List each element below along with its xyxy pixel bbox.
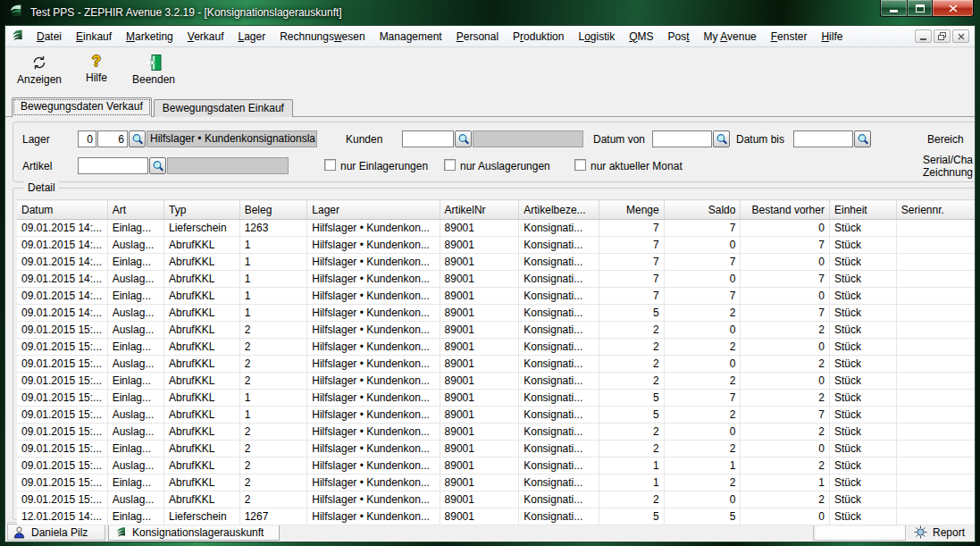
beenden-button[interactable]: Beenden xyxy=(125,51,182,93)
refresh-icon xyxy=(30,54,48,71)
table-row[interactable]: 09.01.2015 14:...Auslag...AbrufKKL1Hilfs… xyxy=(17,237,976,254)
report-icon xyxy=(914,525,927,539)
detail-table: DatumArtTypBelegLagerArtikelNrArtikelbez… xyxy=(17,199,976,525)
table-row[interactable]: 09.01.2015 15:...Einlag...AbrufKKL2Hilfs… xyxy=(17,339,976,356)
column-header-bestand-vorher[interactable]: Bestand vorher xyxy=(741,200,830,220)
mdi-restore-button[interactable] xyxy=(934,29,951,43)
datum-von-input[interactable] xyxy=(652,130,712,147)
nur-aktueller-monat-checkbox[interactable] xyxy=(574,159,586,171)
tab-bewegungsdaten-einkauf[interactable]: Bewegungsdaten Einkauf xyxy=(154,99,293,117)
status-empty-field xyxy=(813,524,906,541)
menu-bar: DateiEinkaufMarketingVerkaufLagerRechnun… xyxy=(5,26,975,47)
menu-item-my-avenue[interactable]: My Avenue xyxy=(697,28,764,46)
column-header-einheit[interactable]: Einheit xyxy=(829,200,896,220)
artikel-search-button[interactable] xyxy=(149,157,166,174)
artikel-input[interactable] xyxy=(78,157,148,174)
detail-header-row: DatumArtTypBelegLagerArtikelNrArtikelbez… xyxy=(17,200,976,220)
menu-item-datei[interactable]: Datei xyxy=(29,28,69,46)
menu-item-rechnungswesen[interactable]: Rechnungswesen xyxy=(272,28,372,46)
lager-name-field: Hilfslager • Kundenkonsignationsla xyxy=(147,130,317,147)
menu-item-post[interactable]: Post xyxy=(661,28,697,46)
menu-item-qms[interactable]: QMS xyxy=(622,28,660,46)
close-button[interactable] xyxy=(933,0,974,17)
column-header-artikelbeze-[interactable]: Artikelbeze... xyxy=(519,200,599,220)
tab-bewegungsdaten-verkauf[interactable]: Bewegungsdaten Verkauf xyxy=(12,97,152,117)
column-header-beleg[interactable]: Beleg xyxy=(239,200,307,220)
menu-item-management[interactable]: Management xyxy=(373,28,449,46)
status-task-button[interactable]: Konsignationslagerauskunft xyxy=(108,524,280,541)
maximize-button[interactable] xyxy=(907,0,933,17)
menu-item-produktion[interactable]: Produktion xyxy=(506,28,571,46)
table-row[interactable]: 09.01.2015 15:...Einlag...AbrufKKL2Hilfs… xyxy=(17,475,976,491)
column-header-datum[interactable]: Datum xyxy=(17,200,107,220)
menu-item-einkauf[interactable]: Einkauf xyxy=(69,28,119,46)
mdi-close-icon xyxy=(958,33,965,40)
table-row[interactable]: 09.01.2015 15:...Einlag...AbrufKKL2Hilfs… xyxy=(17,441,976,458)
title-bar: Test PPS - ZEPHIR Avenue 3.2.19 - [Konsi… xyxy=(0,0,980,25)
menu-item-lager[interactable]: Lager xyxy=(230,28,272,46)
datum-bis-search-button[interactable] xyxy=(854,130,871,147)
menu-item-hilfe[interactable]: Hilfe xyxy=(814,28,850,46)
tab-page: Lager Hilfslager • Kundenkonsignationsla… xyxy=(5,117,975,522)
mdi-minimize-button[interactable] xyxy=(915,29,932,43)
menu-item-marketing[interactable]: Marketing xyxy=(119,28,180,46)
minimize-button[interactable] xyxy=(880,0,907,17)
menu-item-verkauf[interactable]: Verkauf xyxy=(180,28,231,46)
nur-auslagerungen-label: nur Auslagerungen xyxy=(460,160,550,172)
datum-bis-input[interactable] xyxy=(793,130,853,147)
artikel-name-field xyxy=(167,157,289,174)
mdi-close-button[interactable] xyxy=(952,29,969,43)
nur-auslagerungen-checkbox[interactable] xyxy=(444,159,456,171)
table-row[interactable]: 09.01.2015 14:...Einlag...Lieferschein12… xyxy=(17,220,976,237)
column-header-menge[interactable]: Menge xyxy=(599,200,664,220)
mdi-restore-icon xyxy=(938,32,946,40)
search-icon xyxy=(716,133,728,146)
menu-item-fenster[interactable]: Fenster xyxy=(764,28,815,46)
datum-bis-label: Datum bis xyxy=(736,133,784,146)
column-header-saldo[interactable]: Saldo xyxy=(664,200,741,220)
exit-icon xyxy=(145,54,163,71)
table-row[interactable]: 09.01.2015 15:...Einlag...AbrufKKL1Hilfs… xyxy=(17,390,976,407)
serial-charge-label: Serial/Cha xyxy=(923,154,973,166)
table-row[interactable]: 09.01.2015 15:...Einlag...AbrufKKL2Hilfs… xyxy=(17,373,976,390)
status-user-name: Daniela Pilz xyxy=(31,526,88,539)
lager-num2-input[interactable] xyxy=(97,130,128,147)
tab-strip: Bewegungsdaten Verkauf Bewegungsdaten Ei… xyxy=(5,98,975,117)
mdi-minimize-icon xyxy=(920,38,926,40)
datum-von-search-button[interactable] xyxy=(713,130,730,147)
lager-label: Lager xyxy=(22,133,50,146)
table-row[interactable]: 09.01.2015 14:...Auslag...AbrufKKL1Hilfs… xyxy=(17,271,976,288)
table-row[interactable]: 09.01.2015 15:...Auslag...AbrufKKL2Hilfs… xyxy=(17,322,976,339)
column-header-lager[interactable]: Lager xyxy=(307,200,440,220)
kunden-input[interactable] xyxy=(402,130,454,147)
column-header-art[interactable]: Art xyxy=(107,200,163,220)
kunden-search-button[interactable] xyxy=(455,130,472,147)
column-header-seriennr-[interactable]: Seriennr. xyxy=(896,200,976,220)
table-row[interactable]: 09.01.2015 15:...Auslag...AbrufKKL2Hilfs… xyxy=(17,491,976,508)
menu-item-logistik[interactable]: Logistik xyxy=(571,28,622,46)
status-report-button[interactable]: Report xyxy=(906,524,973,541)
lager-num1-input[interactable] xyxy=(78,130,96,147)
menu-bar-items: DateiEinkaufMarketingVerkaufLagerRechnun… xyxy=(29,28,850,46)
column-header-typ[interactable]: Typ xyxy=(163,200,239,220)
menu-item-personal[interactable]: Personal xyxy=(449,28,506,46)
zeichnung-label: Zeichnung xyxy=(923,166,973,179)
table-row[interactable]: 09.01.2015 15:...Auslag...AbrufKKL2Hilfs… xyxy=(17,458,976,475)
table-row[interactable]: 12.01.2015 14:...Einlag...Lieferschein12… xyxy=(17,508,976,525)
table-row[interactable]: 09.01.2015 14:...Auslag...AbrufKKL1Hilfs… xyxy=(17,305,976,322)
menu-app-icon xyxy=(11,29,24,45)
lager-search-button[interactable] xyxy=(129,130,146,147)
table-row[interactable]: 09.01.2015 14:...Einlag...AbrufKKL1Hilfs… xyxy=(17,288,976,305)
anzeigen-button[interactable]: Anzeigen xyxy=(11,51,68,93)
column-header-artikelnr[interactable]: ArtikelNr xyxy=(440,200,519,220)
search-icon xyxy=(857,133,869,146)
table-row[interactable]: 09.01.2015 14:...Einlag...AbrufKKL1Hilfs… xyxy=(17,254,976,271)
user-icon xyxy=(13,526,25,539)
table-row[interactable]: 09.01.2015 15:...Auslag...AbrufKKL1Hilfs… xyxy=(17,407,976,424)
table-row[interactable]: 09.01.2015 15:...Auslag...AbrufKKL2Hilfs… xyxy=(17,356,976,373)
nur-einlagerungen-checkbox[interactable] xyxy=(324,159,336,171)
detail-group-label: Detail xyxy=(24,181,59,194)
status-report-label: Report xyxy=(933,526,965,539)
table-row[interactable]: 09.01.2015 15:...Auslag...AbrufKKL2Hilfs… xyxy=(17,424,976,441)
hilfe-button[interactable]: ? Hilfe xyxy=(68,51,125,93)
